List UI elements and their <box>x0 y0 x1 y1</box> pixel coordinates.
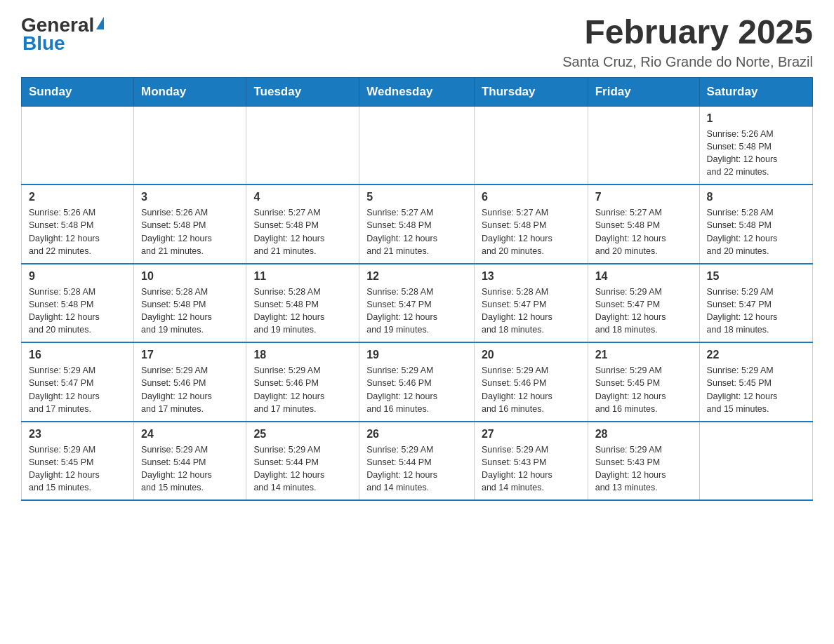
day-number: 16 <box>29 349 126 361</box>
day-number: 10 <box>141 270 239 283</box>
day-number: 21 <box>595 349 692 361</box>
day-number: 13 <box>482 270 581 283</box>
day-number: 17 <box>141 349 239 361</box>
week-row-5: 23Sunrise: 5:29 AM Sunset: 5:45 PM Dayli… <box>22 422 813 501</box>
calendar-cell <box>474 106 588 185</box>
day-info: Sunrise: 5:28 AM Sunset: 5:47 PM Dayligh… <box>366 286 467 337</box>
day-number: 7 <box>595 191 692 203</box>
page-header: General Blue February 2025 Santa Cruz, R… <box>21 14 813 70</box>
header-day-friday: Friday <box>588 77 699 106</box>
header-day-wednesday: Wednesday <box>359 77 475 106</box>
day-number: 19 <box>366 349 467 361</box>
calendar-cell: 1Sunrise: 5:26 AM Sunset: 5:48 PM Daylig… <box>699 106 812 185</box>
calendar-cell: 3Sunrise: 5:26 AM Sunset: 5:48 PM Daylig… <box>134 185 246 264</box>
calendar-cell: 16Sunrise: 5:29 AM Sunset: 5:47 PM Dayli… <box>22 342 134 422</box>
day-info: Sunrise: 5:29 AM Sunset: 5:44 PM Dayligh… <box>141 443 239 495</box>
day-number: 1 <box>707 112 805 125</box>
calendar-cell: 26Sunrise: 5:29 AM Sunset: 5:44 PM Dayli… <box>359 422 475 501</box>
day-number: 5 <box>366 191 467 203</box>
calendar-cell: 15Sunrise: 5:29 AM Sunset: 5:47 PM Dayli… <box>699 264 812 343</box>
calendar-cell: 6Sunrise: 5:27 AM Sunset: 5:48 PM Daylig… <box>474 185 588 264</box>
day-info: Sunrise: 5:29 AM Sunset: 5:46 PM Dayligh… <box>482 364 581 415</box>
header-day-saturday: Saturday <box>699 77 812 106</box>
day-info: Sunrise: 5:27 AM Sunset: 5:48 PM Dayligh… <box>595 206 692 257</box>
calendar-cell: 11Sunrise: 5:28 AM Sunset: 5:48 PM Dayli… <box>246 264 359 343</box>
logo-blue-text: Blue <box>21 32 65 55</box>
day-info: Sunrise: 5:26 AM Sunset: 5:48 PM Dayligh… <box>707 128 805 179</box>
day-number: 14 <box>595 270 692 283</box>
day-info: Sunrise: 5:28 AM Sunset: 5:47 PM Dayligh… <box>482 286 581 337</box>
day-info: Sunrise: 5:29 AM Sunset: 5:45 PM Dayligh… <box>595 364 692 415</box>
day-number: 3 <box>141 191 239 203</box>
day-number: 20 <box>482 349 581 361</box>
day-info: Sunrise: 5:29 AM Sunset: 5:43 PM Dayligh… <box>595 443 692 495</box>
calendar-cell: 25Sunrise: 5:29 AM Sunset: 5:44 PM Dayli… <box>246 422 359 501</box>
day-info: Sunrise: 5:28 AM Sunset: 5:48 PM Dayligh… <box>141 286 239 337</box>
day-info: Sunrise: 5:29 AM Sunset: 5:43 PM Dayligh… <box>482 443 581 495</box>
day-number: 27 <box>482 428 581 441</box>
calendar-cell: 2Sunrise: 5:26 AM Sunset: 5:48 PM Daylig… <box>22 185 134 264</box>
calendar-cell: 23Sunrise: 5:29 AM Sunset: 5:45 PM Dayli… <box>22 422 134 501</box>
calendar-cell: 20Sunrise: 5:29 AM Sunset: 5:46 PM Dayli… <box>474 342 588 422</box>
calendar-cell: 19Sunrise: 5:29 AM Sunset: 5:46 PM Dayli… <box>359 342 475 422</box>
calendar-cell: 10Sunrise: 5:28 AM Sunset: 5:48 PM Dayli… <box>134 264 246 343</box>
week-row-4: 16Sunrise: 5:29 AM Sunset: 5:47 PM Dayli… <box>22 342 813 422</box>
calendar-cell <box>588 106 699 185</box>
day-number: 22 <box>707 349 805 361</box>
day-number: 15 <box>707 270 805 283</box>
day-info: Sunrise: 5:29 AM Sunset: 5:47 PM Dayligh… <box>595 286 692 337</box>
calendar-cell: 24Sunrise: 5:29 AM Sunset: 5:44 PM Dayli… <box>134 422 246 501</box>
week-row-3: 9Sunrise: 5:28 AM Sunset: 5:48 PM Daylig… <box>22 264 813 343</box>
calendar-cell <box>699 422 812 501</box>
calendar-cell <box>359 106 475 185</box>
day-number: 18 <box>253 349 352 361</box>
day-info: Sunrise: 5:27 AM Sunset: 5:48 PM Dayligh… <box>366 206 467 257</box>
logo-triangle-icon <box>96 17 104 29</box>
calendar-cell <box>134 106 246 185</box>
logo: General Blue <box>21 14 104 55</box>
day-info: Sunrise: 5:29 AM Sunset: 5:46 PM Dayligh… <box>141 364 239 415</box>
day-number: 26 <box>366 428 467 441</box>
day-info: Sunrise: 5:28 AM Sunset: 5:48 PM Dayligh… <box>253 286 352 337</box>
header-day-thursday: Thursday <box>474 77 588 106</box>
day-info: Sunrise: 5:29 AM Sunset: 5:47 PM Dayligh… <box>707 286 805 337</box>
calendar-cell: 12Sunrise: 5:28 AM Sunset: 5:47 PM Dayli… <box>359 264 475 343</box>
calendar-cell: 22Sunrise: 5:29 AM Sunset: 5:45 PM Dayli… <box>699 342 812 422</box>
calendar-cell: 17Sunrise: 5:29 AM Sunset: 5:46 PM Dayli… <box>134 342 246 422</box>
calendar-cell: 21Sunrise: 5:29 AM Sunset: 5:45 PM Dayli… <box>588 342 699 422</box>
header-row: SundayMondayTuesdayWednesdayThursdayFrid… <box>22 77 813 106</box>
day-info: Sunrise: 5:29 AM Sunset: 5:44 PM Dayligh… <box>253 443 352 495</box>
day-info: Sunrise: 5:27 AM Sunset: 5:48 PM Dayligh… <box>482 206 581 257</box>
calendar-cell <box>22 106 134 185</box>
week-row-2: 2Sunrise: 5:26 AM Sunset: 5:48 PM Daylig… <box>22 185 813 264</box>
day-info: Sunrise: 5:29 AM Sunset: 5:44 PM Dayligh… <box>366 443 467 495</box>
header-day-monday: Monday <box>134 77 246 106</box>
calendar-body: 1Sunrise: 5:26 AM Sunset: 5:48 PM Daylig… <box>22 106 813 500</box>
calendar-cell: 4Sunrise: 5:27 AM Sunset: 5:48 PM Daylig… <box>246 185 359 264</box>
day-info: Sunrise: 5:28 AM Sunset: 5:48 PM Dayligh… <box>707 206 805 257</box>
day-info: Sunrise: 5:29 AM Sunset: 5:47 PM Dayligh… <box>29 364 126 415</box>
day-number: 12 <box>366 270 467 283</box>
calendar-cell: 5Sunrise: 5:27 AM Sunset: 5:48 PM Daylig… <box>359 185 475 264</box>
day-info: Sunrise: 5:29 AM Sunset: 5:45 PM Dayligh… <box>29 443 126 495</box>
location-subtitle: Santa Cruz, Rio Grande do Norte, Brazil <box>562 54 813 70</box>
day-number: 8 <box>707 191 805 203</box>
day-info: Sunrise: 5:28 AM Sunset: 5:48 PM Dayligh… <box>29 286 126 337</box>
day-number: 4 <box>253 191 352 203</box>
calendar-cell: 28Sunrise: 5:29 AM Sunset: 5:43 PM Dayli… <box>588 422 699 501</box>
week-row-1: 1Sunrise: 5:26 AM Sunset: 5:48 PM Daylig… <box>22 106 813 185</box>
calendar-table: SundayMondayTuesdayWednesdayThursdayFrid… <box>21 77 813 502</box>
day-number: 2 <box>29 191 126 203</box>
title-block: February 2025 Santa Cruz, Rio Grande do … <box>562 14 813 70</box>
calendar-cell: 8Sunrise: 5:28 AM Sunset: 5:48 PM Daylig… <box>699 185 812 264</box>
calendar-cell: 14Sunrise: 5:29 AM Sunset: 5:47 PM Dayli… <box>588 264 699 343</box>
day-number: 6 <box>482 191 581 203</box>
day-number: 11 <box>253 270 352 283</box>
day-number: 25 <box>253 428 352 441</box>
calendar-cell: 27Sunrise: 5:29 AM Sunset: 5:43 PM Dayli… <box>474 422 588 501</box>
day-info: Sunrise: 5:26 AM Sunset: 5:48 PM Dayligh… <box>141 206 239 257</box>
calendar-cell: 9Sunrise: 5:28 AM Sunset: 5:48 PM Daylig… <box>22 264 134 343</box>
calendar-cell: 7Sunrise: 5:27 AM Sunset: 5:48 PM Daylig… <box>588 185 699 264</box>
month-title: February 2025 <box>562 14 813 51</box>
calendar-cell: 18Sunrise: 5:29 AM Sunset: 5:46 PM Dayli… <box>246 342 359 422</box>
